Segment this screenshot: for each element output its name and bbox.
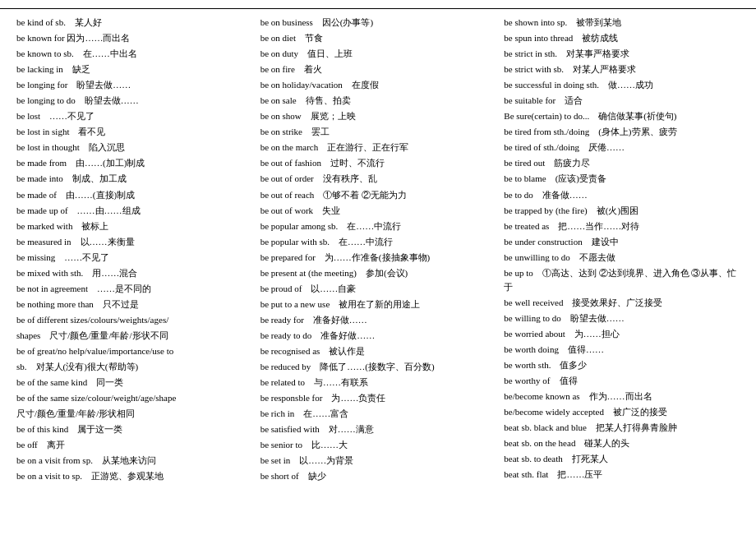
list-item: be lost in sight 看不见 (16, 125, 252, 139)
list-item: be made into 制成、加工成 (16, 172, 252, 186)
list-item: be not in agreement ……是不同的 (16, 282, 252, 296)
list-item: be out of order 没有秩序、乱 (260, 172, 496, 186)
list-item: be shown into sp. 被带到某地 (504, 16, 740, 30)
list-item: be spun into thread 被纺成线 (504, 31, 740, 45)
list-item: be out of reach ①够不着 ②无能为力 (260, 188, 496, 202)
column-2: be on business 因公(办事等)be on diet 节食be on… (260, 16, 496, 483)
list-item: be ready for 准备好做…… (260, 313, 496, 327)
list-item: be strict in sth. 对某事严格要求 (504, 47, 740, 61)
list-item: be popular with sb. 在……中流行 (260, 235, 496, 249)
list-item: be strict with sb. 对某人严格要求 (504, 62, 740, 76)
list-item: be made from 由……(加工)制成 (16, 156, 252, 170)
list-item: be longing for 盼望去做…… (16, 78, 252, 92)
list-item: be suitable for 适合 (504, 94, 740, 108)
list-item: be rich in 在……富含 (260, 407, 496, 421)
list-item: be up to ①高达、达到 ②达到境界、进入角色 ③从事、忙于 (504, 266, 740, 294)
list-item: be lost ……不见了 (16, 109, 252, 123)
list-item: be set in 以……为背景 (260, 454, 496, 468)
list-item: be on holiday/vacation 在度假 (260, 78, 496, 92)
list-item: be put to a new use 被用在了新的用途上 (260, 297, 496, 311)
list-item: shapes 尺寸/颜色/重量/年龄/形状不同 (16, 329, 252, 343)
list-item: be known to sb. 在……中出名 (16, 47, 252, 61)
list-item: be on strike 罢工 (260, 125, 496, 139)
list-item: be to do 准备做…… (504, 188, 740, 202)
list-item: be made up of ……由……组成 (16, 204, 252, 218)
list-item: beat sb. on the head 碰某人的头 (504, 436, 740, 450)
list-item: be on a visit from sp. 从某地来访问 (16, 454, 252, 468)
list-item: be tired of sth./doing 厌倦…… (504, 141, 740, 155)
list-item: be worthy of 值得 (504, 374, 740, 388)
list-item: be worth sth. 值多少 (504, 358, 740, 372)
list-item: be lost in thought 陷入沉思 (16, 141, 252, 155)
list-item: be on diet 节食 (260, 31, 496, 45)
list-item: be longing to do 盼望去做…… (16, 94, 252, 108)
page-header (0, 0, 756, 9)
list-item: be of the same size/colour/weight/age/sh… (16, 391, 252, 405)
list-item: be measured in 以……来衡量 (16, 235, 252, 249)
list-item: be under construction 建设中 (504, 235, 740, 249)
list-item: be reduced by 降低了……(接数字、百分数) (260, 360, 496, 374)
list-item: be popular among sb. 在……中流行 (260, 219, 496, 233)
list-item: be satisfied with 对……满意 (260, 422, 496, 436)
list-item: be trapped by (the fire) 被(火)围困 (504, 204, 740, 218)
list-item: be prepared for 为……作准备(接抽象事物) (260, 251, 496, 265)
list-item: beat sb. to death 打死某人 (504, 452, 740, 466)
list-item: be related to 与……有联系 (260, 376, 496, 390)
list-item: be on duty 值日、上班 (260, 47, 496, 61)
list-item: be on fire 着火 (260, 62, 496, 76)
list-item: be short of 缺少 (260, 469, 496, 483)
list-item: be unwilling to do 不愿去做 (504, 251, 740, 265)
list-item: 尺寸/颜色/重量/年龄/形状相同 (16, 407, 252, 421)
list-item: be of this kind 属于这一类 (16, 422, 252, 436)
content-area: be kind of sb. 某人好be known for 因为……而出名be… (0, 9, 756, 490)
list-item: be well received 接受效果好、广泛接受 (504, 296, 740, 310)
list-item: be treated as 把……当作……对待 (504, 219, 740, 233)
list-item: be present at (the meeting) 参加(会议) (260, 266, 496, 280)
list-item: be marked with 被标上 (16, 219, 252, 233)
list-item: be/become known as 作为……而出名 (504, 390, 740, 404)
list-item: be tired from sth./doing (身体上)劳累、疲劳 (504, 125, 740, 139)
list-item: be nothing more than 只不过是 (16, 297, 252, 311)
list-item: be of the same kind 同一类 (16, 376, 252, 390)
list-item: Be sure(certain) to do... 确信做某事(祈使句) (504, 109, 740, 123)
list-item: be on show 展览；上映 (260, 109, 496, 123)
list-item: be mixed with sth. 用……混合 (16, 266, 252, 280)
list-item: be missing ……不见了 (16, 251, 252, 265)
list-item: be on a visit to sp. 正游览、参观某地 (16, 469, 252, 483)
list-item: be on sale 待售、拍卖 (260, 94, 496, 108)
column-1: be kind of sb. 某人好be known for 因为……而出名be… (16, 16, 252, 483)
list-item: beat sb. black and blue 把某人打得鼻青脸肿 (504, 421, 740, 435)
list-item: be worried about 为……担心 (504, 327, 740, 341)
list-item: be out of fashion 过时、不流行 (260, 156, 496, 170)
list-item: be senior to 比……大 (260, 438, 496, 452)
list-item: be made of 由……(直接)制成 (16, 188, 252, 202)
list-item: be responsble for 为……负责任 (260, 391, 496, 405)
list-item: beat sth. flat 把……压平 (504, 468, 740, 482)
list-item: be tired out 筋疲力尽 (504, 156, 740, 170)
list-item: be on the march 正在游行、正在行军 (260, 141, 496, 155)
column-3: be shown into sp. 被带到某地be spun into thre… (504, 16, 740, 483)
list-item: be of different sizes/colours/weights/ag… (16, 313, 252, 327)
list-item: be of great/no help/value/importance/use… (16, 344, 252, 358)
list-item: be lacking in 缺乏 (16, 62, 252, 76)
list-item: be known for 因为……而出名 (16, 31, 252, 45)
list-item: be willing to do 盼望去做…… (504, 311, 740, 325)
list-item: be proud of 以……自豪 (260, 282, 496, 296)
list-item: be/become widely accepted 被广泛的接受 (504, 405, 740, 419)
list-item: be on business 因公(办事等) (260, 16, 496, 30)
list-item: be worth doing 值得…… (504, 343, 740, 357)
list-item: be kind of sb. 某人好 (16, 16, 252, 30)
list-item: be successful in doing sth. 做……成功 (504, 78, 740, 92)
list-item: sb. 对某人(没有)很大(帮助等) (16, 360, 252, 374)
list-item: be to blame (应该)受责备 (504, 172, 740, 186)
list-item: be off 离开 (16, 438, 252, 452)
list-item: be recognised as 被认作是 (260, 344, 496, 358)
list-item: be ready to do 准备好做…… (260, 329, 496, 343)
list-item: be out of work 失业 (260, 204, 496, 218)
